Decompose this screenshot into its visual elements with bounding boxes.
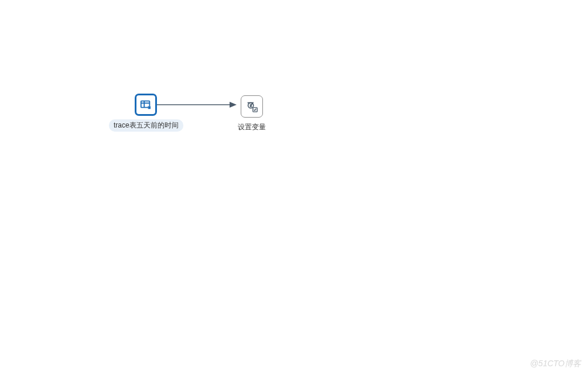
- set-variable-icon: $: [241, 95, 263, 118]
- node-label: 设置变量: [233, 121, 271, 133]
- node-set-variable[interactable]: $ 设置变量: [233, 95, 271, 133]
- node-trace-table[interactable]: trace表五天前的时间: [109, 94, 183, 132]
- workflow-canvas[interactable]: trace表五天前的时间 $ 设置变量 @51CTO博客: [0, 0, 588, 375]
- svg-text:$: $: [249, 103, 252, 108]
- node-label: trace表五天前的时间: [109, 119, 183, 132]
- table-input-icon: [135, 94, 157, 116]
- watermark-text: @51CTO博客: [530, 359, 581, 369]
